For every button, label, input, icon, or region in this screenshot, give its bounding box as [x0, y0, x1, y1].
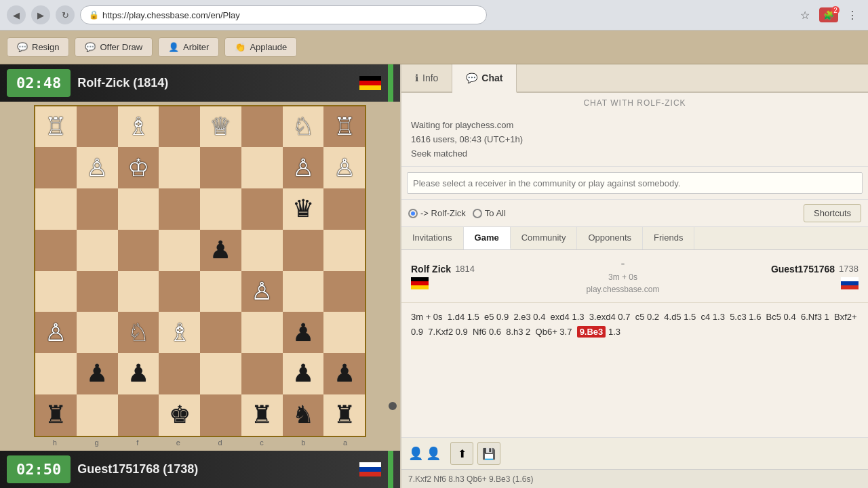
sub-tab-opponents[interactable]: Opponents — [577, 227, 643, 249]
sub-tab-invitations[interactable]: Invitations — [401, 227, 464, 249]
tab-info[interactable]: ℹ Info — [401, 64, 452, 92]
square[interactable] — [35, 188, 77, 230]
shortcuts-button[interactable]: Shortcuts — [804, 204, 861, 222]
square[interactable] — [77, 188, 118, 230]
square[interactable] — [159, 188, 200, 230]
square[interactable] — [118, 188, 159, 230]
square[interactable]: ♜ — [35, 394, 77, 436]
resign-button[interactable]: 💬 Resign — [7, 37, 69, 57]
square[interactable] — [200, 271, 241, 312]
square[interactable] — [77, 230, 118, 271]
square[interactable]: ♟ — [283, 353, 324, 394]
square[interactable] — [35, 147, 77, 188]
square[interactable] — [323, 230, 365, 271]
square[interactable] — [77, 106, 118, 148]
friends-label: Friends — [654, 232, 683, 243]
square[interactable] — [35, 271, 77, 312]
square[interactable]: ♙ — [323, 147, 365, 188]
square[interactable]: ♖ — [323, 106, 365, 148]
square[interactable]: ♛ — [283, 188, 324, 230]
square[interactable] — [283, 271, 324, 312]
sub-tab-game[interactable]: Game — [464, 227, 511, 249]
square[interactable] — [159, 106, 200, 148]
square[interactable] — [241, 353, 283, 394]
receiver-all-radio[interactable] — [473, 209, 482, 218]
square[interactable] — [118, 271, 159, 312]
square[interactable]: ♔ — [118, 147, 159, 188]
square[interactable] — [241, 312, 283, 353]
square[interactable] — [200, 312, 241, 353]
forward-button[interactable]: ▶ — [31, 5, 50, 24]
tab-chat[interactable]: 💬 Chat — [452, 64, 517, 93]
top-connection-indicator — [388, 64, 393, 102]
chat-icon: 💬 — [466, 73, 477, 83]
square[interactable]: ♕ — [200, 106, 241, 148]
square[interactable] — [323, 312, 365, 353]
square[interactable] — [159, 230, 200, 271]
square[interactable] — [241, 188, 283, 230]
square[interactable]: ♚ — [159, 394, 200, 436]
save-button[interactable]: 💾 — [477, 442, 500, 465]
square[interactable] — [159, 353, 200, 394]
refresh-button[interactable]: ↻ — [56, 5, 75, 24]
extensions-button[interactable]: 2 🧩 — [819, 7, 838, 22]
square[interactable]: ♖ — [35, 106, 77, 148]
share-button[interactable]: ⬆ — [450, 442, 473, 465]
square[interactable] — [200, 188, 241, 230]
square[interactable] — [159, 147, 200, 188]
square[interactable] — [200, 147, 241, 188]
receiver-rolf-option[interactable]: -> Rolf-Zick — [408, 208, 466, 218]
square[interactable]: ♟ — [323, 353, 365, 394]
square[interactable] — [159, 271, 200, 312]
square[interactable] — [77, 394, 118, 436]
message-input[interactable] — [407, 172, 863, 194]
back-button[interactable]: ◀ — [7, 5, 26, 24]
receiver-rolf-radio[interactable] — [408, 209, 418, 218]
chess-piece: ♟ — [86, 359, 108, 388]
square[interactable]: ♟ — [118, 353, 159, 394]
square[interactable]: ♞ — [283, 394, 324, 436]
chess-piece: ♜ — [334, 401, 355, 429]
square[interactable]: ♙ — [283, 147, 324, 188]
square[interactable] — [283, 230, 324, 271]
sub-tab-community[interactable]: Community — [511, 227, 578, 249]
square[interactable] — [118, 230, 159, 271]
square[interactable] — [323, 271, 365, 312]
offer-draw-button[interactable]: 💬 Offer Draw — [75, 37, 153, 57]
square[interactable] — [241, 147, 283, 188]
square[interactable] — [77, 312, 118, 353]
square[interactable] — [241, 230, 283, 271]
square[interactable] — [323, 188, 365, 230]
square[interactable]: ♗ — [159, 312, 200, 353]
square[interactable] — [200, 353, 241, 394]
sub-tab-friends[interactable]: Friends — [643, 227, 694, 249]
square[interactable] — [200, 394, 241, 436]
square[interactable]: ♘ — [283, 106, 324, 148]
square[interactable] — [77, 271, 118, 312]
address-bar[interactable]: 🔒 https://play.chessbase.com/en/Play — [80, 5, 487, 24]
square[interactable] — [35, 230, 77, 271]
highlighted-move[interactable]: 9.Be3 — [577, 326, 606, 338]
square[interactable]: ♟ — [77, 353, 118, 394]
square[interactable]: ♙ — [77, 147, 118, 188]
square[interactable] — [35, 353, 77, 394]
chess-piece: ♟ — [292, 359, 314, 388]
square[interactable] — [241, 106, 283, 148]
bookmark-button[interactable]: ☆ — [796, 6, 814, 24]
square[interactable]: ♙ — [241, 271, 283, 312]
square[interactable]: ♟ — [283, 312, 324, 353]
applaude-button[interactable]: 👏 Applaude — [224, 37, 297, 57]
menu-button[interactable]: ⋮ — [844, 6, 861, 24]
square[interactable]: ♗ — [118, 106, 159, 148]
square[interactable]: ♙ — [35, 312, 77, 353]
square[interactable]: ♜ — [323, 394, 365, 436]
receiver-all-option[interactable]: To All — [473, 208, 506, 218]
square[interactable] — [118, 394, 159, 436]
square[interactable]: ♟ — [200, 230, 241, 271]
message-input-area — [401, 167, 868, 200]
chess-board[interactable]: ♖♗♕♘♖♙♔♙♙♛♟♙♙♘♗♟♟♟♟♟♜♚♜♞♜ — [34, 105, 366, 437]
square[interactable]: ♜ — [241, 394, 283, 436]
square[interactable]: ♘ — [118, 312, 159, 353]
arbiter-button[interactable]: 👤 Arbiter — [158, 37, 219, 57]
game-info-row: Rolf Zick 1814 - 3m + 0s play.chessbase.… — [401, 250, 868, 303]
